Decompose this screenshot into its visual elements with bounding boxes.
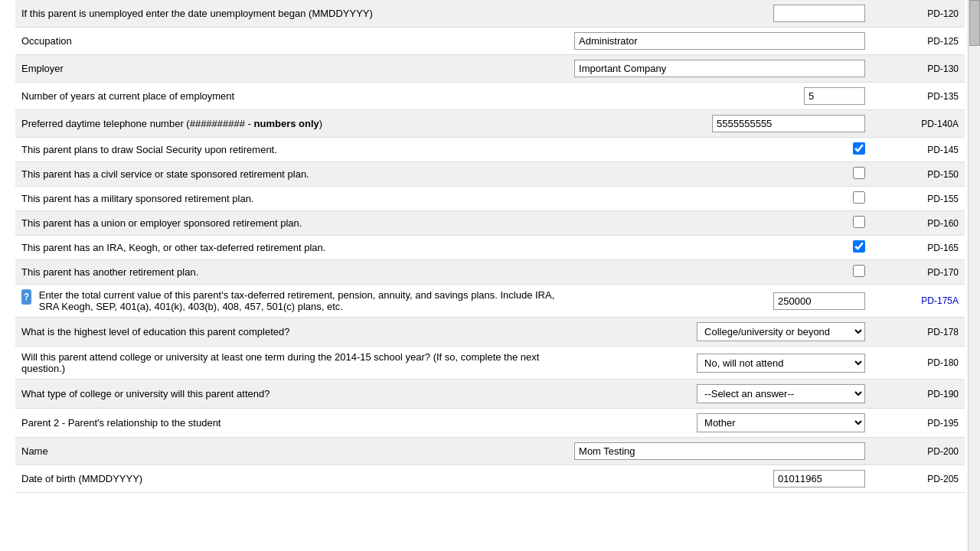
row-occupation: OccupationPD-125: [15, 28, 965, 55]
code-link-row-total-value[interactable]: PD-175A: [921, 295, 959, 306]
label-row-attend-college: Will this parent attend college or unive…: [21, 351, 539, 374]
select-row-education[interactable]: College/university or beyondHigh school …: [697, 322, 865, 341]
code-row-parent2-relationship: PD-195: [927, 418, 959, 429]
row-military: This parent has a military sponsored ret…: [15, 187, 965, 211]
code-row-name: PD-200: [927, 446, 959, 457]
row-years: Number of years at current place of empl…: [15, 83, 965, 110]
select-row-college-type[interactable]: --Select an answer--2-year college4-year…: [697, 384, 865, 403]
input-row-phone[interactable]: [712, 115, 865, 132]
checkbox-row-ss[interactable]: [853, 142, 865, 155]
row-civil: This parent has a civil service or state…: [15, 162, 965, 187]
code-row-years: PD-135: [927, 91, 959, 102]
code-row-employer: PD-130: [927, 64, 959, 74]
label-row-education: What is the highest level of education t…: [21, 326, 290, 337]
row-ira: This parent has an IRA, Keogh, or other …: [15, 236, 965, 260]
help-icon-row-total-value[interactable]: ?: [21, 289, 31, 305]
label-row-years: Number of years at current place of empl…: [21, 90, 234, 102]
select-row-parent2-relationship[interactable]: MotherFatherStepmotherStepfatherAdoptive…: [697, 413, 865, 432]
row-education: What is the highest level of education t…: [15, 318, 965, 347]
code-row-attend-college: PD-180: [927, 357, 959, 368]
checkbox-row-another[interactable]: [853, 265, 865, 277]
row-dob: Date of birth (MMDDYYYY)PD-205: [15, 465, 965, 493]
label-row-another: This parent has another retirement plan.: [21, 266, 198, 278]
label-row-name: Name: [21, 445, 48, 457]
label-row-employer: Employer: [21, 63, 64, 74]
row-ss: This parent plans to draw Social Securit…: [15, 138, 965, 162]
code-row-union: PD-160: [927, 218, 959, 229]
row-unemployment: If this parent is unemployed enter the d…: [15, 0, 965, 28]
label-row-dob: Date of birth (MMDDYYYY): [21, 473, 142, 484]
input-row-years[interactable]: [804, 87, 865, 105]
scrollbar-thumb[interactable]: [969, 0, 980, 46]
code-row-education: PD-178: [927, 327, 959, 337]
code-row-unemployment: PD-120: [927, 8, 959, 19]
label-row-military: This parent has a military sponsored ret…: [21, 193, 253, 204]
input-row-employer[interactable]: [574, 60, 865, 77]
input-row-dob[interactable]: [773, 470, 865, 487]
label-row-phone: Preferred daytime telephone number (####…: [21, 118, 322, 129]
label-row-occupation: Occupation: [21, 35, 72, 47]
checkbox-row-ira[interactable]: [853, 240, 865, 253]
label-row-ira: This parent has an IRA, Keogh, or other …: [21, 242, 325, 253]
label-row-ss: This parent plans to draw Social Securit…: [21, 144, 277, 155]
code-row-phone: PD-140A: [921, 119, 959, 129]
input-row-name[interactable]: [574, 442, 865, 460]
code-row-college-type: PD-190: [927, 389, 959, 399]
checkbox-row-military[interactable]: [853, 191, 865, 204]
checkbox-row-civil[interactable]: [853, 167, 865, 179]
row-employer: EmployerPD-130: [15, 55, 965, 83]
form-table: If this parent is unemployed enter the d…: [15, 0, 965, 493]
input-row-total-value[interactable]: [773, 292, 865, 310]
row-parent2-relationship: Parent 2 - Parent's relationship to the …: [15, 409, 965, 438]
row-attend-college: Will this parent attend college or unive…: [15, 347, 965, 380]
checkbox-row-union[interactable]: [853, 216, 865, 228]
code-row-civil: PD-150: [927, 169, 959, 180]
row-another: This parent has another retirement plan.…: [15, 260, 965, 285]
code-row-ss: PD-145: [927, 145, 959, 155]
label-row-college-type: What type of college or university will …: [21, 388, 270, 399]
code-row-dob: PD-205: [927, 474, 959, 484]
row-total-value: ?Enter the total current value of this p…: [15, 285, 965, 318]
label-row-unemployment: If this parent is unemployed enter the d…: [21, 8, 373, 19]
label-row-civil: This parent has a civil service or state…: [21, 168, 309, 180]
select-row-attend-college[interactable]: No, will not attendYes, will attend: [697, 354, 865, 373]
row-union: This parent has a union or employer spon…: [15, 211, 965, 236]
code-row-military: PD-155: [927, 194, 959, 204]
row-name: NamePD-200: [15, 438, 965, 465]
label-row-total-value: Enter the total current value of this pa…: [39, 289, 562, 312]
scrollbar[interactable]: [968, 0, 980, 551]
label-row-union: This parent has a union or employer spon…: [21, 217, 302, 229]
code-row-another: PD-170: [927, 267, 959, 278]
code-row-ira: PD-165: [927, 243, 959, 253]
input-row-occupation[interactable]: [574, 32, 865, 50]
input-row-unemployment[interactable]: [773, 5, 865, 22]
code-row-occupation: PD-125: [927, 36, 959, 47]
row-phone: Preferred daytime telephone number (####…: [15, 110, 965, 138]
label-row-parent2-relationship: Parent 2 - Parent's relationship to the …: [21, 417, 220, 429]
row-college-type: What type of college or university will …: [15, 380, 965, 409]
